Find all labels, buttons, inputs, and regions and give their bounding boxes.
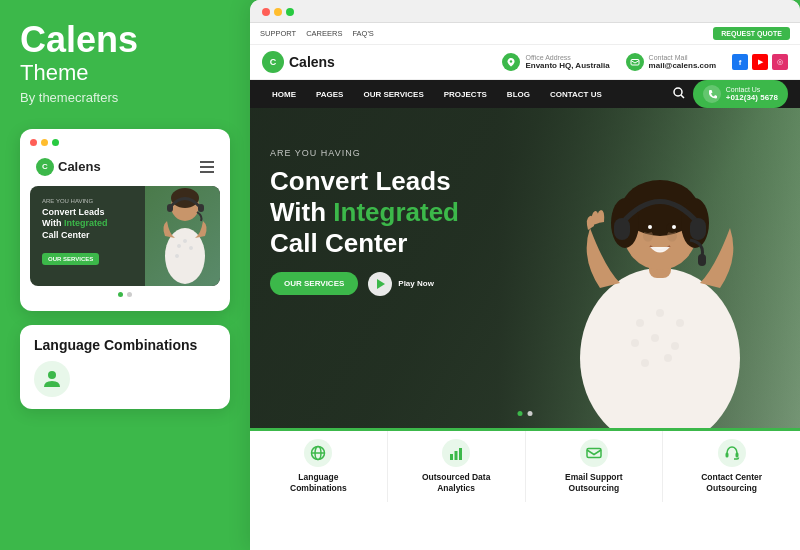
service-lang-title: LanguageCombinations	[258, 472, 379, 494]
service-item-lang[interactable]: LanguageCombinations	[250, 431, 388, 502]
dot-green	[52, 139, 59, 146]
nav-links: HOME PAGES OUR SERVICES PROJECTS BLOG CO…	[262, 82, 612, 107]
mobile-hero: ARE YOU HAVING Convert LeadsWith Integra…	[30, 186, 220, 286]
svg-point-18	[651, 334, 659, 342]
instagram-icon[interactable]: ◎	[772, 54, 788, 70]
service-item-center[interactable]: Contact CenterOutsourcing	[663, 431, 800, 502]
window-dots	[30, 139, 220, 146]
service-data-title: Outsourced DataAnalytics	[396, 472, 517, 494]
social-icons: f ▶ ◎	[732, 54, 788, 70]
svg-rect-42	[587, 449, 601, 458]
mobile-hero-headline: Convert LeadsWith IntegratedCall Center	[42, 207, 208, 242]
nav-our-services[interactable]: OUR SERVICES	[353, 82, 433, 107]
hero-section: ARE YOU HAVING Convert Leads With Integr…	[250, 108, 800, 428]
request-quote-button[interactable]: REQUEST QUOTE	[713, 27, 790, 40]
support-link[interactable]: SUPPORT	[260, 29, 296, 38]
faqs-link[interactable]: FAQ'S	[352, 29, 373, 38]
svg-point-13	[580, 268, 740, 428]
mail-text: Contact Mail mail@calens.com	[649, 54, 716, 70]
logo-icon: C	[262, 51, 284, 73]
hamburger-menu[interactable]	[200, 161, 214, 173]
nav-contact-us[interactable]: CONTACT US	[540, 82, 612, 107]
svg-point-9	[48, 371, 56, 379]
hero-small-label: ARE YOU HAVING	[270, 148, 459, 158]
top-bar-links: SUPPORT CAREERS FAQ'S	[260, 29, 374, 38]
svg-point-16	[676, 319, 684, 327]
site-logo: C Calens	[262, 51, 335, 73]
svg-rect-11	[631, 60, 639, 66]
mobile-hero-text: ARE YOU HAVING Convert LeadsWith Integra…	[42, 198, 208, 265]
pag-dot-1	[118, 292, 123, 297]
browser-mockup: SUPPORT CAREERS FAQ'S REQUEST QUOTE C Ca…	[250, 0, 800, 550]
brand-name: Calens	[20, 20, 228, 60]
browser-dot-yellow	[274, 8, 282, 16]
search-icon[interactable]	[673, 87, 685, 101]
mobile-cta-button[interactable]: OUR SERVICES	[42, 253, 99, 265]
brand-by: By themecrafters	[20, 90, 228, 105]
nav-home[interactable]: HOME	[262, 82, 306, 107]
office-text: Office Address Envanto HQ, Australia	[525, 54, 609, 70]
svg-point-34	[648, 225, 652, 229]
site-header: C Calens Office Address Envanto HQ, Aust…	[250, 45, 800, 80]
mobile-small-label: ARE YOU HAVING	[42, 198, 208, 204]
contact-us-text: Contact Us +012(34) 5678	[726, 86, 778, 102]
headset-icon	[718, 439, 746, 467]
svg-rect-44	[735, 453, 738, 458]
service-email-title: Email SupportOutsourcing	[534, 472, 655, 494]
svg-point-21	[664, 354, 672, 362]
site-nav: HOME PAGES OUR SERVICES PROJECTS BLOG CO…	[250, 80, 800, 108]
mobile-logo: C Calens	[36, 158, 101, 176]
browser-dot-red	[262, 8, 270, 16]
phone-icon	[703, 85, 721, 103]
mobile-mockup-card: C Calens	[20, 129, 230, 311]
hero-pag-2[interactable]	[528, 411, 533, 416]
mobile-pagination	[30, 292, 220, 297]
nav-projects[interactable]: PROJECTS	[434, 82, 497, 107]
play-button[interactable]: Play Now	[368, 272, 434, 296]
brand-subtitle: Theme	[20, 60, 228, 86]
mail-icon	[626, 53, 644, 71]
browser-dots	[262, 8, 788, 16]
svg-point-33	[666, 223, 678, 233]
careers-link[interactable]: CAREERS	[306, 29, 342, 38]
facebook-icon[interactable]: f	[732, 54, 748, 70]
mobile-nav-bar: C Calens	[30, 154, 220, 180]
svg-point-15	[656, 309, 664, 317]
mobile-logo-icon: C	[36, 158, 54, 176]
logo-text: Calens	[289, 54, 335, 70]
svg-rect-29	[698, 254, 706, 266]
play-triangle	[377, 279, 385, 289]
svg-point-14	[636, 319, 644, 327]
nav-pages[interactable]: PAGES	[306, 82, 353, 107]
nav-blog[interactable]: BLOG	[497, 82, 540, 107]
contact-us-button[interactable]: Contact Us +012(34) 5678	[693, 80, 788, 108]
hero-pag-1[interactable]	[518, 411, 523, 416]
hero-cta-button[interactable]: OUR SERVICES	[270, 272, 358, 295]
service-item-email[interactable]: Email SupportOutsourcing	[526, 431, 664, 502]
svg-rect-28	[690, 218, 706, 240]
browser-chrome	[250, 0, 800, 23]
office-info: Office Address Envanto HQ, Australia	[502, 53, 609, 71]
svg-point-17	[631, 339, 639, 347]
svg-rect-43	[725, 453, 728, 458]
location-icon	[502, 53, 520, 71]
svg-point-12	[674, 88, 682, 96]
header-info: Office Address Envanto HQ, Australia Con…	[502, 53, 788, 71]
youtube-icon[interactable]: ▶	[752, 54, 768, 70]
svg-point-32	[642, 223, 654, 233]
lang-card: Language Combinations	[20, 325, 230, 409]
svg-point-19	[671, 342, 679, 350]
service-item-data[interactable]: Outsourced DataAnalytics	[388, 431, 526, 502]
hero-person-image	[550, 128, 770, 428]
lang-card-title: Language Combinations	[34, 337, 216, 353]
dot-red	[30, 139, 37, 146]
pag-dot-2	[127, 292, 132, 297]
svg-point-35	[672, 225, 676, 229]
play-circle-icon	[368, 272, 392, 296]
svg-rect-27	[614, 218, 630, 240]
services-bar: LanguageCombinations Outsourced DataAnal…	[250, 428, 800, 502]
dot-yellow	[41, 139, 48, 146]
browser-dot-green	[286, 8, 294, 16]
email-icon	[580, 439, 608, 467]
svg-point-20	[641, 359, 649, 367]
